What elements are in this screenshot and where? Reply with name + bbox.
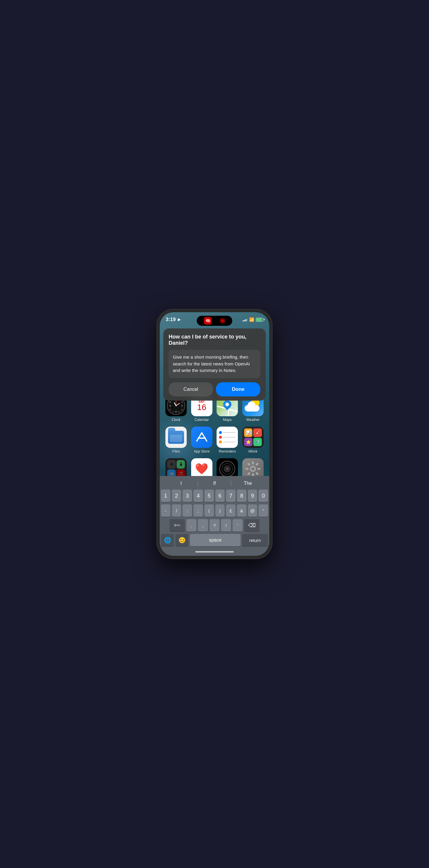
bottom-row: 🌐 😊 space return [160, 534, 269, 546]
autocomplete-word-2[interactable]: If [198, 481, 231, 486]
svg-line-17 [197, 433, 202, 441]
svg-rect-32 [247, 472, 250, 475]
dialog-buttons: Cancel Done [169, 382, 260, 397]
key-slash[interactable]: / [172, 504, 181, 517]
battery-icon [256, 318, 263, 322]
return-key[interactable]: return [242, 534, 268, 546]
key-open-paren[interactable]: ( [204, 504, 214, 517]
key-8[interactable]: 8 [237, 490, 247, 502]
health-heart-icon: ❤️ [195, 463, 208, 475]
svg-rect-26 [252, 462, 254, 464]
appstore-icon [191, 427, 212, 448]
backspace-key[interactable]: ⌫ [244, 519, 259, 532]
home-bar [195, 551, 234, 553]
key-7[interactable]: 7 [226, 490, 235, 502]
keyboard-area: I If The 1 2 3 4 5 6 7 8 9 0 [160, 476, 269, 556]
key-period[interactable]: . [187, 519, 196, 532]
key-dash[interactable]: - [161, 504, 170, 517]
calendar-label: Calendar [194, 418, 209, 422]
key-close-paren[interactable]: ) [216, 504, 225, 517]
key-quote[interactable]: " [259, 504, 268, 517]
key-globe[interactable]: 🌐 [161, 534, 174, 546]
dialog-input-area[interactable]: Give me a short morning briefing, then s… [169, 350, 260, 378]
iwork-app[interactable]: 📊 🎸 ⭐ 🎙️ iWork [241, 427, 265, 454]
keyboard-rows: 1 2 3 4 5 6 7 8 9 0 - / : ; ( [160, 490, 269, 532]
svg-text:6: 6 [175, 410, 177, 413]
signal-icon [242, 318, 248, 321]
svg-rect-28 [246, 468, 249, 470]
autocomplete-bar: I If The [160, 478, 269, 490]
key-pound[interactable]: £ [226, 504, 235, 517]
key-apostrophe[interactable]: ' [233, 519, 242, 532]
key-at[interactable]: @ [248, 504, 257, 517]
maps-label: Maps [223, 418, 232, 422]
dialog-title: How can I be of service to you, Daniel? [169, 334, 260, 346]
cal-date: 16 [197, 403, 206, 411]
number-row: 1 2 3 4 5 6 7 8 9 0 [161, 490, 268, 502]
location-icon: ▶ [178, 317, 180, 322]
key-emoji[interactable]: 😊 [175, 534, 189, 546]
key-0[interactable]: 0 [259, 490, 268, 502]
key-3[interactable]: 3 [182, 490, 192, 502]
svg-point-23 [226, 468, 228, 470]
iwork-icon: 📊 🎸 ⭐ 🎙️ [242, 427, 264, 448]
key-colon[interactable]: : [182, 504, 192, 517]
status-right: 📶 [242, 317, 264, 322]
appstore-app[interactable]: App Store [190, 427, 213, 454]
reminders-label: Reminders [219, 450, 236, 454]
files-app[interactable]: Files [165, 427, 188, 454]
svg-point-25 [251, 467, 255, 471]
svg-rect-33 [255, 472, 259, 475]
files-label: Files [172, 450, 180, 454]
svg-text:3: 3 [181, 404, 183, 407]
ai-app-icon: 🧠 [204, 317, 211, 324]
autocomplete-word-1[interactable]: I [165, 481, 198, 486]
key-5[interactable]: 5 [204, 490, 214, 502]
symbol-row-2: #+= . , ? ! ' ⌫ [161, 519, 268, 532]
svg-line-18 [202, 433, 207, 441]
svg-point-16 [175, 405, 177, 406]
battery-fill [257, 318, 262, 321]
appstore-label: App Store [194, 450, 209, 454]
cancel-button[interactable]: Cancel [169, 382, 213, 397]
svg-rect-31 [255, 462, 259, 466]
svg-rect-30 [247, 462, 250, 466]
record-dot [220, 318, 225, 323]
key-comma[interactable]: , [198, 519, 208, 532]
space-key[interactable]: space [190, 534, 240, 546]
dialog-overlay: How can I be of service to you, Daniel? … [163, 329, 266, 401]
key-ampersand[interactable]: & [237, 504, 247, 517]
files-icon [165, 427, 187, 448]
svg-text:10: 10 [169, 401, 171, 403]
clock-label: Clock [172, 418, 180, 422]
key-4[interactable]: 4 [194, 490, 203, 502]
symbol-row-1: - / : ; ( ) £ & @ " [161, 504, 268, 517]
dialog-input-text: Give me a short morning briefing, then s… [173, 354, 256, 374]
autocomplete-word-3[interactable]: The [231, 481, 264, 486]
svg-rect-29 [257, 468, 260, 470]
svg-text:9: 9 [170, 404, 171, 407]
dynamic-island: 🧠 [197, 316, 232, 326]
status-time: 3:19 ▶ [166, 317, 180, 322]
reminders-icon [217, 427, 238, 448]
key-exclaim[interactable]: ! [221, 519, 231, 532]
key-9[interactable]: 9 [248, 490, 257, 502]
key-semicolon[interactable]: ; [194, 504, 203, 517]
home-indicator [160, 548, 269, 556]
phone-frame: 🧠 3:19 ▶ 📶 [157, 309, 272, 559]
app-grid: 12 3 6 9 11 10 1 2 4 5 7 8 [160, 395, 269, 481]
reminders-app[interactable]: Reminders [216, 427, 239, 454]
weather-label: Weather [246, 418, 259, 422]
key-1[interactable]: 1 [161, 490, 170, 502]
iwork-label: iWork [249, 450, 257, 454]
key-2[interactable]: 2 [172, 490, 181, 502]
wifi-icon: 📶 [249, 317, 254, 322]
key-hashplusequal[interactable]: #+= [170, 519, 185, 532]
key-question[interactable]: ? [209, 519, 220, 532]
done-button[interactable]: Done [216, 382, 260, 397]
screen: 🧠 3:19 ▶ 📶 [160, 312, 269, 556]
key-6[interactable]: 6 [216, 490, 225, 502]
